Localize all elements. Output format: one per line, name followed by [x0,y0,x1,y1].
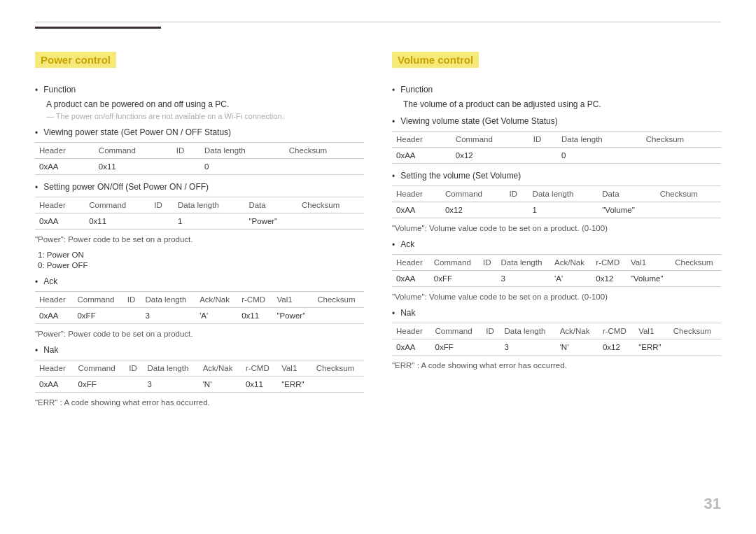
cell-checksum [313,308,364,324]
cell-id [482,339,500,356]
col-header-3: ID [479,255,496,271]
cell-id [150,213,174,230]
col-header-5: Data [244,197,298,213]
cell-datalength: 0 [557,148,642,164]
col-header-2: Command [73,292,122,308]
col-header-2: Command [94,143,172,159]
bullet-function-right: • [392,85,395,95]
nak-label-right: Nak [400,308,415,318]
cell-datalength: 0 [200,159,285,175]
col-header-7: Val1 [626,255,671,271]
viewing-label: Viewing power state (Get Power ON / OFF … [43,127,231,137]
cell-header: 0xAA [392,148,451,164]
cell-data: "Volume" [598,202,655,218]
col-header-6: r-CMD [592,255,626,271]
power-set-table: Header Command ID Data length Data Check… [35,197,364,230]
volume-nak-table: Header Command ID Data length Ack/Nak r-… [392,323,721,356]
cell-acknak: 'N' [199,377,241,393]
cell-header: 0xAA [35,213,85,230]
table-row: 0xAA 0xFF 3 'A' 0x11 "Power" [35,308,364,324]
cell-checksum [298,213,364,230]
cell-rcmd: 0x12 [592,271,626,287]
cell-command: 0x11 [85,213,150,230]
cell-command: 0x12 [451,148,529,164]
table-row: 0xAA 0xFF 3 'N' 0x11 "ERR" [35,377,364,393]
power-get-table: Header Command ID Data length Checksum 0… [35,142,364,175]
bullet-nak-right: • [392,309,395,318]
power-off-text: 0: Power OFF [38,261,364,269]
col-header-1: Header [35,292,73,308]
cell-header: 0xAA [35,377,74,393]
top-left-border [35,27,161,29]
cell-id [125,377,143,393]
col-header-1: Header [35,143,94,159]
cell-command: 0xFF [431,339,482,356]
cell-datalength: 3 [144,377,199,393]
cell-acknak: 'N' [556,339,598,356]
cell-checksum [669,339,721,356]
cell-header: 0xAA [392,271,430,287]
col-header-5: Checksum [285,143,364,159]
bullet-setting-right: • [392,171,395,181]
page-number: 31 [704,495,721,513]
cell-id [123,308,141,324]
col-header-1: Header [392,186,441,202]
col-header-2: Command [431,323,482,339]
col-header-6: Checksum [656,186,721,202]
cell-rcmd: 0x11 [241,377,277,393]
col-header-3: ID [172,143,200,159]
cell-checksum [312,377,364,393]
table-row: 0xAA 0xFF 3 'N' 0x12 "ERR" [392,339,721,356]
ack-label-right: Ack [400,239,414,249]
power-control-section: Power control • Function A product can b… [35,52,364,414]
cell-acknak: 'A' [550,271,592,287]
col-header-5: Ack/Nak [195,292,237,308]
cell-datalength: 1 [528,202,598,218]
err-note-right: "ERR" : A code showing what error has oc… [392,361,721,370]
top-full-line [35,22,721,22]
power-control-title: Power control [35,52,116,68]
bullet-viewing-right: • [392,117,395,127]
col-header-6: Checksum [298,197,364,213]
col-header-6: r-CMD [237,292,272,308]
table-row: 0xAA 0x11 1 "Power" [35,213,364,230]
col-header-8: Checksum [313,292,364,308]
col-header-4: Data length [500,323,556,339]
cell-datalength: 3 [141,308,196,324]
col-header-1: Header [35,360,74,377]
cell-acknak: 'A' [195,308,237,324]
function-desc: A product can be powered on and off usin… [46,99,364,109]
col-header-5: Ack/Nak [556,323,598,339]
volume-ack-table: Header Command ID Data length Ack/Nak r-… [392,254,721,287]
function-label: Function [43,85,76,94]
bullet-nak: • [35,346,38,356]
col-header-1: Header [392,255,430,271]
bullet-function: • [35,85,38,95]
col-header-1: Header [35,197,85,213]
col-header-8: Checksum [669,323,721,339]
col-header-4: Data length [528,186,598,202]
cell-val1: "ERR" [634,339,669,356]
bullet-viewing: • [35,128,38,138]
col-header-2: Command [451,132,529,148]
cell-rcmd: 0x12 [598,339,634,356]
col-header-4: Data length [144,360,199,377]
col-header-4: Data length [557,132,642,148]
cell-datalength: 1 [174,213,244,230]
volume-note-2: "Volume": Volume value code to be set on… [392,293,721,301]
function-note: The power on/off functions are not avail… [46,112,364,120]
volume-set-table: Header Command ID Data length Data Check… [392,185,721,218]
bullet-ack-right: • [392,240,395,250]
col-header-4: Data length [174,197,244,213]
cell-val1: "ERR" [277,377,312,393]
nak-label: Nak [43,345,58,355]
table-row: 0xAA 0x12 1 "Volume" [392,202,721,218]
setting-label: Setting power ON/Off (Set Power ON / OFF… [43,182,209,192]
cell-datalength: 3 [500,339,556,356]
cell-val1: "Power" [272,308,313,324]
col-header-4: Data length [200,143,285,159]
viewing-label-right: Viewing volume state (Get Volume Status) [400,116,558,126]
table-row: 0xAA 0xFF 3 'A' 0x12 "Volume" [392,271,721,287]
col-header-3: ID [123,292,141,308]
cell-datalength: 3 [497,271,551,287]
